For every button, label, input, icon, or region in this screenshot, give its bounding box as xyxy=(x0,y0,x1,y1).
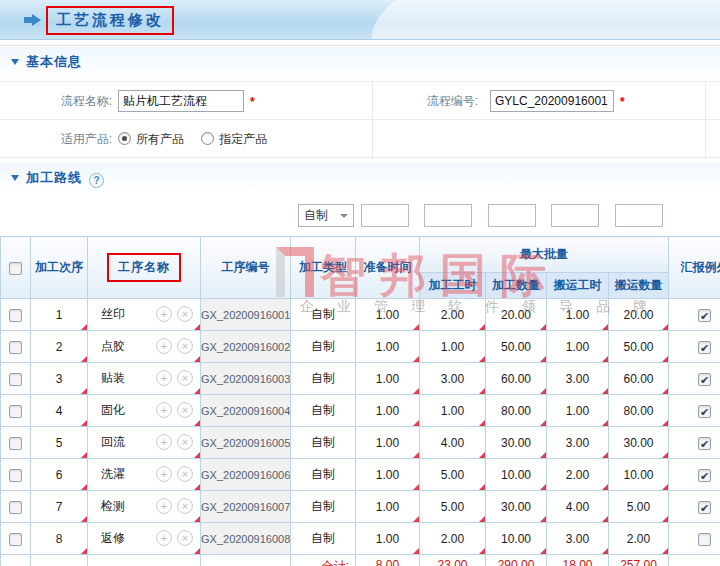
prep-time-cell[interactable]: 1.00 xyxy=(356,459,420,491)
remove-step-icon[interactable]: × xyxy=(177,434,193,450)
flow-name-input[interactable] xyxy=(118,90,244,112)
add-step-icon[interactable]: + xyxy=(156,370,172,386)
move-qty-cell[interactable]: 2.00 xyxy=(609,523,669,555)
move-qty-cell[interactable]: 10.00 xyxy=(609,459,669,491)
work-time-cell[interactable]: 1.00 xyxy=(420,331,486,363)
process-name-cell[interactable]: +×检测 xyxy=(88,491,201,523)
row-checkbox[interactable] xyxy=(9,405,22,418)
batch-move-qty-input[interactable] xyxy=(615,204,663,227)
add-step-icon[interactable]: + xyxy=(156,434,172,450)
process-name-cell[interactable]: +×点胶 xyxy=(88,331,201,363)
prep-time-cell[interactable]: 1.00 xyxy=(356,491,420,523)
batch-prep-time-input[interactable] xyxy=(361,204,409,227)
remove-step-icon[interactable]: × xyxy=(177,370,193,386)
move-time-cell[interactable]: 3.00 xyxy=(547,523,609,555)
move-qty-cell[interactable]: 60.00 xyxy=(609,363,669,395)
move-time-cell[interactable]: 1.00 xyxy=(547,299,609,331)
work-time-cell[interactable]: 2.00 xyxy=(420,523,486,555)
work-time-cell[interactable]: 1.00 xyxy=(420,395,486,427)
row-checkbox[interactable] xyxy=(9,501,22,514)
work-time-cell[interactable]: 5.00 xyxy=(420,491,486,523)
radio-option-specified-products[interactable]: 指定产品 xyxy=(201,132,267,146)
move-time-cell[interactable]: 4.00 xyxy=(547,491,609,523)
work-qty-cell[interactable]: 50.00 xyxy=(486,331,547,363)
report-exception-checkbox[interactable] xyxy=(698,501,711,514)
remove-step-icon[interactable]: × xyxy=(177,530,193,546)
work-time-cell[interactable]: 3.00 xyxy=(420,363,486,395)
add-step-icon[interactable]: + xyxy=(156,498,172,514)
row-checkbox[interactable] xyxy=(9,341,22,354)
work-qty-cell[interactable]: 80.00 xyxy=(486,395,547,427)
add-step-icon[interactable]: + xyxy=(156,338,172,354)
report-exception-checkbox[interactable] xyxy=(698,533,711,546)
row-checkbox[interactable] xyxy=(9,437,22,450)
move-qty-cell[interactable]: 50.00 xyxy=(609,331,669,363)
prep-time-cell[interactable]: 1.00 xyxy=(356,363,420,395)
work-time-cell[interactable]: 2.00 xyxy=(420,299,486,331)
move-qty-cell[interactable]: 80.00 xyxy=(609,395,669,427)
batch-work-time-input[interactable] xyxy=(424,204,472,227)
flow-code-input[interactable] xyxy=(490,90,614,112)
prep-time-cell[interactable]: 1.00 xyxy=(356,395,420,427)
row-checkbox[interactable] xyxy=(9,309,22,322)
row-checkbox[interactable] xyxy=(9,533,22,546)
move-time-cell[interactable]: 3.00 xyxy=(547,363,609,395)
work-qty-cell[interactable]: 30.00 xyxy=(486,427,547,459)
move-time-cell[interactable]: 1.00 xyxy=(547,395,609,427)
work-time-cell[interactable]: 5.00 xyxy=(420,459,486,491)
seq-cell[interactable]: 1 xyxy=(31,299,88,331)
work-qty-cell[interactable]: 10.00 xyxy=(486,459,547,491)
row-checkbox[interactable] xyxy=(9,469,22,482)
section-route[interactable]: 加工路线? xyxy=(0,163,720,193)
move-time-cell[interactable]: 3.00 xyxy=(547,427,609,459)
prep-time-cell[interactable]: 1.00 xyxy=(356,523,420,555)
process-name-cell[interactable]: +×洗濯 xyxy=(88,459,201,491)
radio-icon[interactable] xyxy=(201,132,214,145)
work-qty-cell[interactable]: 10.00 xyxy=(486,523,547,555)
process-name-cell[interactable]: +×贴装 xyxy=(88,363,201,395)
select-all-checkbox[interactable] xyxy=(9,262,22,275)
move-time-cell[interactable]: 2.00 xyxy=(547,459,609,491)
row-checkbox[interactable] xyxy=(9,373,22,386)
remove-step-icon[interactable]: × xyxy=(177,402,193,418)
work-time-cell[interactable]: 4.00 xyxy=(420,427,486,459)
report-exception-checkbox[interactable] xyxy=(698,373,711,386)
seq-cell[interactable]: 7 xyxy=(31,491,88,523)
help-icon[interactable]: ? xyxy=(89,173,104,188)
report-exception-checkbox[interactable] xyxy=(698,437,711,450)
report-exception-checkbox[interactable] xyxy=(698,341,711,354)
seq-cell[interactable]: 3 xyxy=(31,363,88,395)
work-qty-cell[interactable]: 30.00 xyxy=(486,491,547,523)
process-name-cell[interactable]: +×丝印 xyxy=(88,299,201,331)
remove-step-icon[interactable]: × xyxy=(177,306,193,322)
prep-time-cell[interactable]: 1.00 xyxy=(356,427,420,459)
remove-step-icon[interactable]: × xyxy=(177,498,193,514)
add-step-icon[interactable]: + xyxy=(156,402,172,418)
process-name-cell[interactable]: +×返修 xyxy=(88,523,201,555)
process-name-cell[interactable]: +×固化 xyxy=(88,395,201,427)
seq-cell[interactable]: 6 xyxy=(31,459,88,491)
radio-icon[interactable] xyxy=(118,132,131,145)
move-time-cell[interactable]: 1.00 xyxy=(547,331,609,363)
process-name-cell[interactable]: +×回流 xyxy=(88,427,201,459)
report-exception-checkbox[interactable] xyxy=(698,469,711,482)
add-step-icon[interactable]: + xyxy=(156,466,172,482)
prep-time-cell[interactable]: 1.00 xyxy=(356,331,420,363)
move-qty-cell[interactable]: 5.00 xyxy=(609,491,669,523)
move-qty-cell[interactable]: 20.00 xyxy=(609,299,669,331)
radio-option-all-products[interactable]: 所有产品 xyxy=(118,132,184,146)
report-exception-checkbox[interactable] xyxy=(698,405,711,418)
work-qty-cell[interactable]: 60.00 xyxy=(486,363,547,395)
batch-work-qty-input[interactable] xyxy=(488,204,536,227)
add-step-icon[interactable]: + xyxy=(156,530,172,546)
batch-move-time-input[interactable] xyxy=(551,204,599,227)
seq-cell[interactable]: 2 xyxy=(31,331,88,363)
add-step-icon[interactable]: + xyxy=(156,306,172,322)
process-type-select[interactable]: 自制 xyxy=(298,204,354,227)
move-qty-cell[interactable]: 30.00 xyxy=(609,427,669,459)
prep-time-cell[interactable]: 1.00 xyxy=(356,299,420,331)
section-basic-info[interactable]: 基本信息 xyxy=(0,47,720,77)
seq-cell[interactable]: 5 xyxy=(31,427,88,459)
seq-cell[interactable]: 4 xyxy=(31,395,88,427)
remove-step-icon[interactable]: × xyxy=(177,466,193,482)
